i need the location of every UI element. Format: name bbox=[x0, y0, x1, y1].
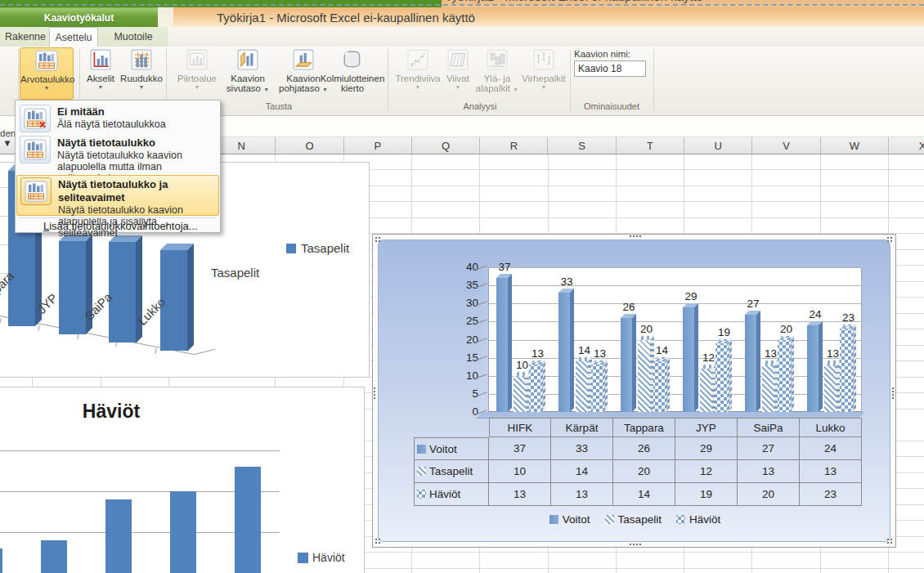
y-axis-label: 40 bbox=[451, 261, 478, 273]
chevron-down-icon: ▼ bbox=[119, 83, 164, 91]
resize-handle[interactable] bbox=[629, 543, 642, 547]
bar-Häviöt-HIFK bbox=[529, 365, 541, 412]
column-header-P[interactable]: P bbox=[344, 137, 412, 154]
bar-Häviöt-Kärpät bbox=[591, 365, 603, 412]
table-cell: 19 bbox=[675, 483, 738, 506]
resize-handle[interactable] bbox=[886, 236, 894, 244]
data-table-icon bbox=[20, 48, 73, 74]
table-col-Kärpät: Kärpät bbox=[551, 418, 613, 437]
column-header-V[interactable]: V bbox=[752, 137, 820, 154]
menu-item-ei-mitaan[interactable]: Ei mitään Älä näytä tietotaulukkoa bbox=[16, 103, 219, 134]
column-header-S[interactable]: S bbox=[549, 137, 617, 154]
kaavion-sivutaso-button[interactable]: Kaavion sivutaso ▼ bbox=[222, 47, 273, 100]
table-cell: 27 bbox=[738, 437, 800, 460]
legend-key-haviot bbox=[298, 553, 308, 563]
top-clip-orange: Työkirja1 - Microsoft Excel ei-kaupallin… bbox=[442, 0, 924, 7]
chart-legend: VoitotTasapelitHäviöt bbox=[379, 513, 890, 526]
table-cell: 13 bbox=[800, 460, 862, 483]
menu-item-nayta-tietotaulukko-ja-seliteavaimet[interactable]: Näytä tietotaulukko ja seliteavaimet Näy… bbox=[16, 175, 219, 216]
legend-item-Voitot: Voitot bbox=[549, 513, 590, 526]
lines-icon bbox=[445, 47, 471, 74]
ribbon-tab-row: Rakenne Asettelu Muotoile bbox=[0, 27, 924, 47]
chart-name-input[interactable] bbox=[574, 60, 646, 77]
column-header-R[interactable]: R bbox=[480, 137, 548, 154]
legend-key-Häviöt bbox=[676, 515, 685, 524]
legend-key-Voitot bbox=[417, 445, 426, 454]
table-cell: 23 bbox=[800, 483, 862, 506]
bar-Häviöt-Lukko bbox=[840, 329, 852, 412]
table-cell: 24 bbox=[800, 437, 862, 460]
column-header-U[interactable]: U bbox=[684, 137, 752, 154]
table-row-Tasapelit: Tasapelit bbox=[414, 460, 489, 483]
group-label-analyysi: Analyysi bbox=[392, 101, 567, 111]
table-cell: 37 bbox=[489, 437, 551, 460]
data-label: 20 bbox=[637, 323, 657, 335]
column-header-W[interactable]: W bbox=[821, 137, 889, 154]
legend-key-Tasapelit bbox=[417, 467, 426, 476]
table-col-HIFK: HIFK bbox=[489, 418, 551, 437]
resize-handle[interactable] bbox=[629, 235, 642, 239]
title-bar: Kaaviotyökalut Työkirja1 - Microsoft Exc… bbox=[0, 7, 924, 27]
menu-separator bbox=[19, 217, 217, 218]
selected-chart-frame[interactable]: 0510152025303540373326292724101420121313… bbox=[372, 234, 896, 548]
chevron-down-icon: ▼ bbox=[0, 138, 15, 148]
tab-rakenne[interactable]: Rakenne bbox=[3, 27, 47, 47]
window-title: Työkirja1 - Microsoft Excel ei-kaupallin… bbox=[173, 7, 924, 27]
y-axis-label: 20 bbox=[451, 334, 478, 346]
resize-handle[interactable] bbox=[375, 538, 382, 545]
table-cell: 13 bbox=[489, 483, 551, 506]
chart-legend: Häviöt bbox=[298, 551, 345, 564]
clipped-button[interactable]: den ▼ bbox=[0, 94, 15, 148]
table-col-Lukko: Lukko bbox=[800, 418, 862, 437]
menu-item-nayta-tietotaulukko[interactable]: Näytä tietotaulukko Näytä tietotaulukko … bbox=[16, 134, 219, 173]
no-data-table-icon bbox=[20, 105, 51, 132]
menu-footer-more-options[interactable]: Lisää tietotaulukkovaihtoehtoja... bbox=[43, 220, 198, 232]
data-table-icon bbox=[20, 136, 51, 163]
haviot-chart[interactable]: Häviöt Häviöt bbox=[0, 387, 365, 573]
piirtoalue-button: Piirtoalue ▼ bbox=[173, 47, 221, 100]
data-table-dropdown-menu: Ei mitään Älä näytä tietotaulukkoa Näytä… bbox=[15, 100, 221, 233]
bar-Tasapelit-SaiPa bbox=[762, 365, 774, 412]
y-axis-label: 30 bbox=[451, 297, 478, 309]
chevron-down-icon: ▼ bbox=[392, 83, 443, 91]
resize-handle[interactable] bbox=[373, 387, 377, 400]
error-bars-icon bbox=[522, 47, 566, 74]
resize-handle[interactable] bbox=[891, 387, 895, 400]
chart-data-table: HIFKKärpätTapparaJYPSaiPaLukkoVoitot3733… bbox=[414, 418, 863, 506]
column-header-Q[interactable]: Q bbox=[412, 137, 480, 154]
data-label: 19 bbox=[715, 326, 734, 338]
tab-muotoile[interactable]: Muotoile bbox=[101, 27, 165, 47]
table-col-SaiPa: SaiPa bbox=[738, 418, 800, 437]
kolmiulotteinen-kierto-button[interactable]: Kolmiulotteinen kierto bbox=[319, 47, 386, 100]
y-axis-label: 0 bbox=[451, 405, 478, 418]
akselit-button[interactable]: Akselit ▼ bbox=[83, 47, 118, 100]
ruudukko-button[interactable]: Ruudukko ▼ bbox=[119, 47, 164, 100]
column-header-X[interactable]: X bbox=[889, 137, 924, 154]
chart-name-label: Kaavion nimi: bbox=[574, 49, 630, 59]
legend-key-Häviöt bbox=[417, 490, 426, 499]
data-label: 13 bbox=[590, 347, 610, 360]
column-header-O[interactable]: O bbox=[276, 137, 343, 154]
legend-key-Tasapelit bbox=[605, 515, 614, 524]
data-label: 27 bbox=[743, 298, 763, 310]
resize-handle[interactable] bbox=[375, 236, 382, 244]
legend-key-tasapelit bbox=[286, 244, 296, 253]
tab-asettelu[interactable]: Asettelu bbox=[49, 27, 98, 47]
table-col-JYP: JYP bbox=[675, 418, 738, 437]
bar-Voitot-Lukko bbox=[807, 325, 819, 412]
table-col-Tappara: Tappara bbox=[613, 418, 675, 437]
data-table-with-legend-keys-icon bbox=[20, 177, 52, 205]
bar-SaiPa bbox=[170, 491, 196, 573]
bar-Tasapelit-JYP bbox=[700, 369, 712, 412]
title-bar-gap bbox=[158, 7, 173, 27]
column-header-T[interactable]: T bbox=[617, 137, 684, 154]
virhepalkit-button: Virhepalkit ▼ bbox=[522, 47, 566, 100]
table-cell: 20 bbox=[613, 460, 675, 483]
table-cell: 29 bbox=[675, 437, 738, 460]
bar-Lukko bbox=[235, 467, 261, 573]
arvotaulukko-button[interactable]: Arvotaulukko ▼ bbox=[20, 47, 74, 100]
bar-Voitot-Tappara bbox=[621, 318, 632, 412]
resize-handle[interactable] bbox=[886, 538, 894, 545]
data-label: 26 bbox=[619, 301, 639, 313]
chart-title: Häviöt bbox=[29, 401, 193, 423]
